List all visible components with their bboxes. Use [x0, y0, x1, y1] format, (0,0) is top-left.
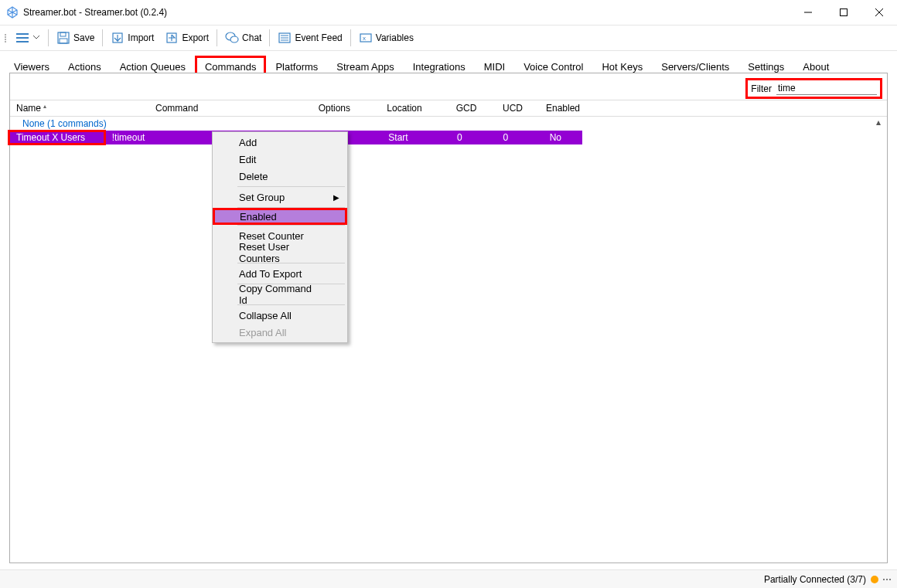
filter-label: Filter [751, 83, 772, 94]
status-indicator-icon [871, 576, 878, 583]
row-enabled: No [529, 132, 582, 143]
row-gcd: 0 [437, 132, 483, 143]
context-copy-command-id[interactable]: Copy Command Id [214, 286, 346, 303]
group-row[interactable]: None (1 commands) [10, 117, 873, 131]
submenu-arrow-icon: ▶ [333, 193, 339, 202]
context-delete[interactable]: Delete [214, 168, 346, 185]
col-options[interactable]: Options [292, 103, 366, 114]
toolbar-grip[interactable] [5, 29, 8, 47]
row-name: Timeout X Users [8, 130, 106, 145]
col-ucd[interactable]: UCD [489, 103, 536, 114]
col-name[interactable]: Name ▴ [10, 103, 149, 114]
context-expand-all: Expand All [214, 324, 346, 341]
toolbar-separator [269, 29, 270, 46]
hamburger-button[interactable] [11, 27, 45, 49]
svg-text:x: x [363, 35, 366, 42]
export-icon [165, 31, 179, 45]
hamburger-icon [15, 31, 29, 45]
maximize-button[interactable] [826, 0, 861, 25]
eventfeed-label: Event Feed [295, 32, 342, 43]
svg-point-13 [230, 36, 238, 42]
toolbar-separator [48, 29, 49, 46]
resize-grip-icon[interactable] [883, 579, 891, 580]
chat-icon [225, 31, 239, 45]
col-gcd[interactable]: GCD [443, 103, 489, 114]
export-label: Export [182, 32, 209, 43]
commands-panel: Filter Name ▴ Command Options Location G… [9, 73, 888, 563]
save-label: Save [73, 32, 94, 43]
context-reset-user-counters[interactable]: Reset User Counters [214, 244, 346, 261]
variables-icon: x [359, 31, 373, 45]
context-separator [237, 186, 345, 187]
app-icon [6, 6, 19, 19]
context-enabled[interactable]: Enabled [213, 208, 347, 225]
context-add-to-export[interactable]: Add To Export [214, 265, 346, 282]
window-controls [790, 0, 897, 25]
chat-button[interactable]: Chat [220, 27, 266, 49]
variables-button[interactable]: x Variables [354, 27, 418, 49]
context-edit[interactable]: Edit [214, 151, 346, 168]
row-ucd: 0 [483, 132, 529, 143]
chevron-down-icon [32, 36, 40, 40]
context-set-group[interactable]: Set Group▶ [214, 189, 346, 206]
row-location: Start [360, 132, 436, 143]
import-label: Import [128, 32, 154, 43]
eventfeed-icon [278, 31, 292, 45]
filter-box: Filter [745, 78, 882, 99]
toolbar-separator [350, 29, 351, 46]
filter-input[interactable] [776, 82, 877, 95]
export-button[interactable]: Export [160, 27, 213, 49]
save-icon [56, 31, 70, 45]
toolbar-separator [217, 29, 217, 46]
toolbar: Save Import Export Chat Event Feed x Var… [0, 25, 897, 51]
window-title: Streamer.bot - Streamer.bot (0.2.4) [23, 7, 167, 18]
minimize-button[interactable] [790, 0, 826, 25]
column-headers: Name ▴ Command Options Location GCD UCD … [10, 100, 887, 117]
import-icon [111, 31, 124, 45]
chat-label: Chat [242, 32, 261, 43]
svg-rect-8 [60, 32, 66, 36]
import-button[interactable]: Import [106, 27, 159, 49]
sort-up-icon: ▴ [43, 103, 46, 110]
col-enabled[interactable]: Enabled [536, 103, 590, 114]
svg-rect-9 [60, 39, 67, 43]
eventfeed-button[interactable]: Event Feed [273, 27, 346, 49]
col-command[interactable]: Command [149, 103, 292, 114]
status-text: Partially Connected (3/7) [764, 574, 866, 585]
col-location[interactable]: Location [366, 103, 443, 114]
titlebar: Streamer.bot - Streamer.bot (0.2.4) [0, 0, 897, 25]
svg-rect-1 [841, 9, 848, 16]
statusbar: Partially Connected (3/7) [0, 569, 897, 588]
context-add[interactable]: Add [214, 134, 346, 151]
toolbar-separator [102, 29, 103, 46]
save-button[interactable]: Save [52, 27, 99, 49]
context-menu: AddEditDeleteSet Group▶EnabledReset Coun… [212, 131, 348, 343]
variables-label: Variables [376, 32, 414, 43]
context-collapse-all[interactable]: Collapse All [214, 307, 346, 324]
collapse-group-icon[interactable]: ▴ [873, 117, 884, 127]
context-separator [237, 225, 345, 226]
close-button[interactable] [861, 0, 897, 25]
